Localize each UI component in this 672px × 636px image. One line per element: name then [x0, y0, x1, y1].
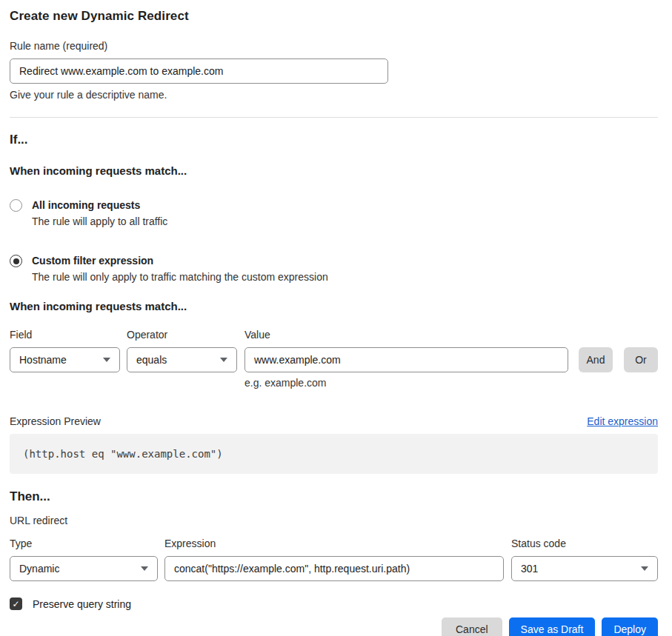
- type-label: Type: [10, 538, 164, 549]
- chevron-down-icon: [141, 566, 148, 571]
- deploy-button[interactable]: Deploy: [602, 617, 658, 636]
- status-code-select-value: 301: [521, 563, 538, 575]
- expression-preview-header: Expression Preview Edit expression: [10, 415, 658, 427]
- field-select-value: Hostname: [19, 354, 67, 366]
- radio-custom-filter[interactable]: [10, 255, 22, 267]
- and-button[interactable]: And: [579, 347, 613, 372]
- expression-preview-box: (http.host eq "www.example.com"): [10, 434, 658, 474]
- rule-name-help: Give your rule a descriptive name.: [10, 89, 658, 101]
- url-redirect-label: URL redirect: [10, 515, 658, 526]
- expression-preview-code: (http.host eq "www.example.com"): [23, 448, 223, 460]
- chevron-down-icon: [220, 358, 227, 362]
- operator-select-value: equals: [136, 354, 167, 366]
- filter-match-heading: When incoming requests match...: [10, 300, 658, 312]
- create-dynamic-redirect-page: Create new Dynamic Redirect Rule name (r…: [0, 0, 672, 636]
- radio-custom-filter-label: Custom filter expression: [32, 255, 328, 267]
- chevron-down-icon: [103, 358, 110, 362]
- radio-option-custom-filter[interactable]: Custom filter expression The rule will o…: [10, 255, 658, 283]
- filter-labels-row: Field Operator Value: [10, 329, 658, 341]
- radio-option-all-requests[interactable]: All incoming requests The rule will appl…: [10, 199, 658, 227]
- edit-expression-link[interactable]: Edit expression: [587, 415, 658, 427]
- preserve-query-label: Preserve query string: [33, 598, 131, 610]
- rule-name-input[interactable]: [10, 58, 388, 84]
- save-as-draft-button[interactable]: Save as Draft: [509, 617, 596, 636]
- value-label: Value: [244, 329, 568, 341]
- value-help: e.g. example.com: [244, 377, 658, 389]
- radio-custom-filter-description: The rule will only apply to traffic matc…: [32, 271, 328, 283]
- type-select[interactable]: Dynamic: [10, 556, 158, 581]
- field-select[interactable]: Hostname: [10, 347, 120, 372]
- radio-option-texts: Custom filter expression The rule will o…: [32, 255, 328, 283]
- operator-select[interactable]: equals: [127, 347, 237, 372]
- radio-all-requests[interactable]: [10, 199, 22, 212]
- field-label: Field: [10, 329, 127, 341]
- chevron-down-icon: [641, 566, 648, 571]
- page-title: Create new Dynamic Redirect: [10, 9, 658, 24]
- filter-controls-row: Hostname equals And Or: [10, 347, 658, 372]
- request-match-radio-group: All incoming requests The rule will appl…: [10, 199, 658, 283]
- then-controls-row: Dynamic 301: [10, 556, 658, 581]
- operator-label: Operator: [127, 329, 244, 341]
- rule-name-label: Rule name (required): [10, 40, 658, 52]
- section-divider: [10, 117, 658, 118]
- type-select-value: Dynamic: [19, 563, 59, 575]
- or-button[interactable]: Or: [624, 347, 658, 372]
- if-heading: If...: [10, 133, 658, 147]
- value-input[interactable]: [244, 347, 568, 372]
- preserve-query-checkbox[interactable]: ✓: [10, 597, 22, 610]
- status-code-select[interactable]: 301: [511, 556, 658, 581]
- radio-all-requests-description: The rule will apply to all traffic: [32, 215, 167, 227]
- cancel-button[interactable]: Cancel: [442, 617, 502, 636]
- expression-label: Expression: [164, 538, 511, 549]
- form-actions: Cancel Save as Draft Deploy: [10, 617, 658, 636]
- if-match-heading: When incoming requests match...: [10, 164, 658, 177]
- status-code-label: Status code: [511, 538, 658, 549]
- then-labels-row: Type Expression Status code: [10, 538, 658, 549]
- radio-option-texts: All incoming requests The rule will appl…: [32, 199, 167, 227]
- preserve-query-row[interactable]: ✓ Preserve query string: [10, 597, 658, 610]
- redirect-expression-input[interactable]: [164, 556, 504, 581]
- radio-all-requests-label: All incoming requests: [32, 199, 167, 212]
- check-icon: ✓: [12, 600, 19, 609]
- expression-preview-label: Expression Preview: [10, 415, 101, 427]
- then-heading: Then...: [10, 489, 658, 504]
